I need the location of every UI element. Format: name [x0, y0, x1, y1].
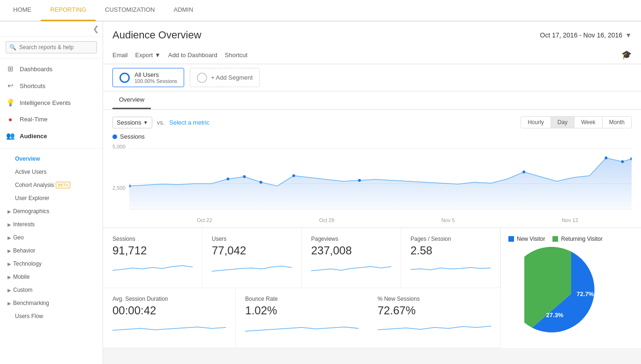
- stat-new-sessions: % New Sessions 72.67%: [368, 288, 500, 348]
- arrow-icon: ▶: [7, 222, 11, 227]
- new-visitor-dot: [508, 236, 514, 242]
- export-arrow-icon: ▼: [155, 52, 161, 59]
- svg-point-4: [227, 178, 230, 180]
- sidebar-item-intelligence[interactable]: 💡 Intelligence Events: [0, 94, 103, 111]
- svg-text:72.7%: 72.7%: [576, 290, 594, 297]
- metric-dropdown-icon: ▼: [143, 120, 148, 125]
- sidebar-item-audience[interactable]: 👥 Audience: [0, 127, 103, 144]
- y-label-mid: 2,500: [112, 185, 126, 191]
- shortcut-button[interactable]: Shortcut: [225, 52, 247, 59]
- chart-legend: Sessions: [112, 133, 632, 140]
- stat-pages-per-session: Pages / Session 2.58: [401, 228, 500, 288]
- duration-mini-chart: [112, 321, 226, 335]
- users-mini-chart: [212, 261, 292, 275]
- svg-point-9: [522, 171, 525, 173]
- stat-avg-session-duration: Avg. Session Duration 00:00:42: [103, 288, 236, 348]
- page-title: Audience Overview: [112, 29, 201, 41]
- nav-admin[interactable]: ADMIN: [164, 0, 202, 21]
- sidebar-sub-custom[interactable]: ▶ Custom: [0, 283, 103, 297]
- select-metric-link[interactable]: Select a metric: [169, 119, 209, 126]
- sidebar-search-wrap: 🔍: [0, 37, 103, 59]
- stats-grid: Sessions 91,712 Users 77,042 Pageviews 2…: [103, 228, 500, 348]
- month-button[interactable]: Month: [602, 117, 631, 128]
- add-circle-icon: [197, 73, 207, 83]
- sidebar-sub-behavior[interactable]: ▶ Behavior: [0, 244, 103, 257]
- all-users-segment[interactable]: All Users 100.00% Sessions: [112, 68, 184, 87]
- email-button[interactable]: Email: [112, 52, 128, 59]
- sessions-mini-chart: [112, 261, 193, 275]
- x-label-oct22: Oct 22: [197, 217, 212, 223]
- sidebar-sub-active-users[interactable]: Active Users: [0, 165, 103, 178]
- svg-point-6: [260, 181, 262, 184]
- add-to-dashboard-button[interactable]: Add to Dashboard: [168, 52, 217, 59]
- x-label-oct29: Oct 29: [319, 217, 334, 223]
- time-period-buttons: Hourly Day Week Month: [521, 116, 632, 128]
- arrow-icon: ▶: [7, 288, 11, 293]
- pie-chart: 72.7% 27.3%: [524, 247, 618, 341]
- metric-selector[interactable]: Sessions ▼: [112, 117, 152, 128]
- arrow-icon: ▶: [7, 261, 11, 267]
- sidebar-sub-technology[interactable]: ▶ Technology: [0, 257, 103, 270]
- x-axis-labels: Oct 22 Oct 29 Nov 5 Nov 12: [129, 217, 632, 223]
- toolbar: Email Export ▼ Add to Dashboard Shortcut…: [112, 46, 632, 64]
- x-label-nov5: Nov 5: [441, 217, 455, 223]
- new-sessions-mini-chart: [378, 321, 491, 335]
- sidebar-item-dashboards[interactable]: ⊞ Dashboards: [0, 60, 103, 77]
- svg-point-5: [243, 175, 246, 178]
- sidebar-item-shortcuts[interactable]: ↩ Shortcuts: [0, 77, 103, 94]
- week-button[interactable]: Week: [574, 117, 602, 128]
- graduation-cap-icon: 🎓: [621, 50, 632, 59]
- y-label-top: 5,000: [112, 144, 126, 149]
- svg-point-11: [621, 160, 624, 163]
- day-button[interactable]: Day: [551, 117, 574, 128]
- returning-visitor-dot: [552, 236, 558, 242]
- segment-circle: [119, 73, 130, 83]
- bounce-mini-chart: [245, 321, 358, 335]
- tab-overview[interactable]: Overview: [112, 91, 151, 109]
- sidebar-sub-geo[interactable]: ▶ Geo: [0, 231, 103, 244]
- nav-customization[interactable]: CUSTOMIZATION: [96, 0, 164, 21]
- legend-dot: [112, 134, 117, 139]
- pie-chart-panel: New Visitor Returning Visitor: [500, 228, 641, 348]
- svg-point-10: [605, 156, 608, 159]
- intelligence-icon: 💡: [6, 98, 15, 107]
- add-segment-btn[interactable]: + Add Segment: [190, 68, 260, 87]
- x-label-nov12: Nov 12: [562, 217, 578, 223]
- pages-session-mini-chart: [410, 261, 491, 275]
- sidebar-collapse-btn[interactable]: ❮: [0, 22, 103, 37]
- audience-icon: 👥: [6, 132, 15, 140]
- sidebar-item-realtime[interactable]: ● Real-Time: [0, 111, 103, 127]
- search-input[interactable]: [6, 41, 97, 53]
- sidebar-sub-overview[interactable]: Overview: [0, 152, 103, 165]
- nav-home[interactable]: HOME: [4, 0, 41, 21]
- sidebar: ❮ 🔍 ⊞ Dashboards ↩ Shortcuts 💡 Intellige…: [0, 22, 103, 364]
- sidebar-sub-user-explorer[interactable]: User Explorer: [0, 192, 103, 205]
- date-range-picker[interactable]: Oct 17, 2016 - Nov 16, 2016 ▼: [540, 31, 632, 39]
- stat-users: Users 77,042: [202, 228, 302, 288]
- sidebar-sub-users-flow[interactable]: Users Flow: [0, 310, 103, 323]
- dashboards-icon: ⊞: [6, 65, 15, 73]
- svg-point-7: [292, 174, 295, 177]
- chart-section: Sessions ▼ vs. Select a metric Hourly Da…: [103, 110, 641, 228]
- tabs-bar: Overview: [103, 91, 641, 110]
- pageviews-mini-chart: [311, 261, 391, 275]
- nav-reporting[interactable]: REPORTING: [41, 0, 96, 21]
- content-area: Audience Overview Oct 17, 2016 - Nov 16,…: [103, 22, 641, 364]
- arrow-icon: ▶: [7, 235, 11, 240]
- arrow-icon: ▶: [7, 301, 11, 306]
- arrow-icon: ▶: [7, 275, 11, 280]
- top-nav: HOME REPORTING CUSTOMIZATION ADMIN: [0, 0, 641, 22]
- sidebar-sub-interests[interactable]: ▶ Interests: [0, 218, 103, 231]
- sidebar-sub-mobile[interactable]: ▶ Mobile: [0, 270, 103, 283]
- date-range-text: Oct 17, 2016 - Nov 16, 2016: [540, 31, 622, 39]
- legend-label: Sessions: [120, 133, 145, 140]
- export-button[interactable]: Export ▼: [135, 52, 161, 59]
- arrow-icon: ▶: [7, 248, 11, 253]
- sidebar-sub-cohort[interactable]: Cohort Analysis BETA: [0, 178, 103, 192]
- hourly-button[interactable]: Hourly: [521, 117, 551, 128]
- pie-legend: New Visitor Returning Visitor: [508, 236, 603, 242]
- search-icon: 🔍: [9, 44, 16, 51]
- sidebar-sub-demographics[interactable]: ▶ Demographics: [0, 205, 103, 218]
- vs-label: vs.: [157, 119, 165, 126]
- sidebar-sub-benchmarking[interactable]: ▶ Benchmarking: [0, 297, 103, 310]
